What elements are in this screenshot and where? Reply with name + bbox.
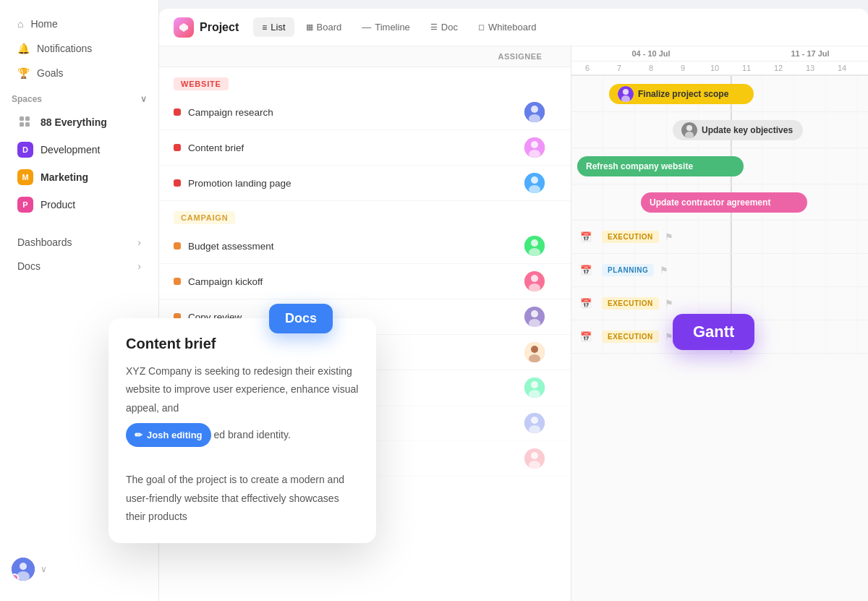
status-badge: EXECUTION [602, 331, 659, 343]
development-badge: D [17, 142, 33, 158]
avatar [524, 307, 545, 327]
task-assignee [513, 378, 556, 398]
everything-count: 88 Everything [41, 116, 107, 128]
task-row[interactable]: Campaign kickoff [159, 264, 571, 299]
assignee-column-header: ASSIGNEE [484, 52, 556, 61]
docs-popup-text: XYZ Company is seeking to redesign their… [126, 362, 359, 526]
sidebar-item-goals[interactable]: 🏆 Goals [6, 61, 153, 85]
tab-doc[interactable]: ☰ Doc [422, 17, 467, 37]
avatar [524, 173, 545, 193]
svg-rect-3 [25, 122, 30, 127]
website-section-label: WEBSITE [174, 77, 229, 90]
day-11: 11 [731, 61, 762, 74]
task-row[interactable]: Budget assessment [159, 229, 571, 264]
sidebar-item-marketing[interactable]: M Marketing [6, 164, 153, 190]
tab-timeline[interactable]: — Timeline [353, 17, 419, 37]
sidebar-item-everything[interactable]: 88 Everything [6, 109, 153, 135]
status-row: 📅 PLANNING ⚑ [571, 254, 677, 286]
josh-editing-badge[interactable]: ✏ Josh editing [126, 423, 211, 447]
avatar [524, 413, 545, 433]
sidebar-item-product[interactable]: P Product [6, 192, 153, 218]
bar-label: Update contractor agreement [650, 197, 770, 208]
status-badge: EXECUTION [602, 231, 659, 243]
gantt-cell [826, 76, 858, 111]
bar-avatar [681, 122, 697, 138]
name-column-header [174, 52, 484, 61]
gantt-cell [762, 254, 794, 286]
svg-point-26 [531, 346, 538, 353]
tab-whiteboard[interactable]: ◻ Whiteboard [469, 17, 545, 37]
task-status-dot [174, 278, 181, 285]
sidebar-item-docs[interactable]: Docs › [6, 255, 153, 278]
gantt-cell [762, 320, 794, 353]
week-group-1: 04 - 10 Jul 6 7 8 9 10 [571, 46, 731, 74]
day-8: 8 [635, 61, 667, 74]
gantt-cell [731, 254, 762, 286]
home-icon: ⌂ [17, 18, 23, 30]
gantt-row-3: Refresh company website [571, 148, 868, 184]
flag-icon: ⚑ [665, 298, 673, 309]
svg-point-29 [531, 381, 538, 388]
spaces-section-header: Spaces ∨ [0, 85, 158, 108]
tab-board[interactable]: ▦ Board [297, 17, 351, 37]
day-9: 9 [667, 61, 699, 74]
gantt-cell [794, 320, 826, 353]
gantt-status-row-1: 📅 EXECUTION ⚑ [571, 221, 868, 254]
svg-point-23 [531, 310, 538, 317]
svg-point-8 [531, 106, 538, 113]
task-status-dot [174, 108, 181, 116]
marketing-badge: M [17, 169, 33, 185]
timeline-icon: — [362, 22, 371, 33]
bar-avatar [618, 86, 634, 102]
gantt-row-4: Update contractor agreement [571, 184, 868, 221]
week2-label: 11 - 17 Jul [731, 46, 868, 61]
svg-point-14 [531, 176, 538, 184]
gantt-cell [731, 221, 762, 253]
avatar [524, 102, 545, 122]
svg-point-41 [686, 125, 692, 131]
josh-editing-label: Josh editing [147, 427, 203, 443]
bar-label: Update key objectives [702, 125, 793, 135]
day-12: 12 [762, 61, 794, 74]
gantt-cell [762, 287, 794, 320]
calendar-icon: 📅 [580, 331, 592, 342]
task-name: Budget assessment [188, 241, 274, 252]
tab-list[interactable]: ≡ List [253, 17, 294, 37]
svg-point-20 [531, 275, 538, 282]
task-name-cell: Content brief [174, 142, 513, 153]
gantt-cell [635, 112, 667, 148]
list-icon: ≡ [262, 22, 267, 33]
task-assignee [513, 413, 556, 433]
day-13: 13 [794, 61, 826, 74]
gantt-cell [762, 148, 794, 184]
gantt-body: Finalize project scope [571, 76, 868, 354]
status-row: 📅 EXECUTION ⚑ [571, 320, 682, 353]
task-row[interactable]: Campaign research [159, 95, 571, 130]
gantt-bar-objectives: Update key objectives [673, 120, 803, 140]
marketing-label: Marketing [41, 171, 88, 183]
bar-label: Finalize project scope [638, 89, 728, 99]
dashboards-chevron-icon: › [137, 236, 141, 248]
sidebar-item-development[interactable]: D Development [6, 137, 153, 163]
project-title: Project [200, 21, 239, 34]
edit-icon: ✏ [135, 427, 142, 443]
avatar [524, 271, 545, 291]
sidebar-home-label: Home [30, 18, 57, 30]
spaces-label: Spaces [12, 94, 42, 104]
task-status-dot [174, 179, 181, 187]
avatar [524, 236, 545, 256]
user-profile-area[interactable]: ∨ [0, 549, 158, 589]
gantt-cell [699, 221, 731, 253]
task-name: Promotion landing page [188, 178, 292, 189]
sidebar-item-home[interactable]: ⌂ Home [6, 12, 153, 35]
gantt-days-week1: 6 7 8 9 10 [571, 61, 731, 74]
task-row[interactable]: Promotion landing page [159, 166, 571, 201]
task-name-cell: Campaign research [174, 107, 513, 118]
svg-point-11 [531, 141, 538, 148]
gantt-cell [826, 254, 858, 286]
task-row[interactable]: Content brief [159, 130, 571, 166]
sidebar-notifications-label: Notifications [37, 43, 92, 54]
sidebar-goals-label: Goals [37, 67, 64, 79]
sidebar-item-notifications[interactable]: 🔔 Notifications [6, 37, 153, 60]
sidebar-item-dashboards[interactable]: Dashboards › [6, 231, 153, 254]
